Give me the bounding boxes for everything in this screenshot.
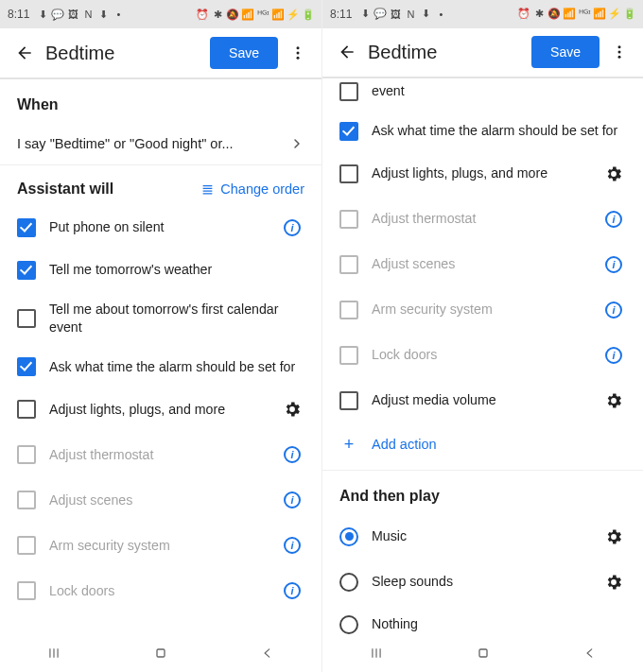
info-button[interactable]: i xyxy=(280,533,304,558)
svg-point-1 xyxy=(297,52,300,55)
nav-bar xyxy=(0,634,322,672)
action-checkbox[interactable] xyxy=(339,82,358,101)
settings-button[interactable] xyxy=(601,525,626,549)
info-button[interactable]: i xyxy=(280,442,304,467)
action-checkbox[interactable] xyxy=(339,164,358,183)
letter-n-icon: N xyxy=(405,9,416,20)
status-bar: 8:11 ⬇ 💬 🖼 N ⬇ • ⏰ ✱ 🔕 📶 ᴴᴳᶦ 📶 ⚡ 🔋 xyxy=(0,0,322,28)
overflow-menu-button[interactable] xyxy=(284,38,312,68)
svg-rect-3 xyxy=(157,649,165,657)
svg-rect-7 xyxy=(479,649,487,657)
action-checkbox[interactable] xyxy=(339,122,358,141)
info-button[interactable]: i xyxy=(601,252,626,277)
action-checkbox[interactable] xyxy=(17,400,36,419)
actions-list-right: Ask what time the alarm should be set fo… xyxy=(322,112,643,423)
action-row: Adjust thermostati xyxy=(322,197,643,242)
download2-icon: ⬇ xyxy=(97,9,109,20)
action-label: Adjust scenes xyxy=(372,255,588,273)
action-checkbox[interactable] xyxy=(17,357,36,376)
action-checkbox[interactable] xyxy=(339,255,358,274)
download2-icon: ⬇ xyxy=(420,9,431,20)
navback-button[interactable] xyxy=(566,639,614,667)
back-button[interactable] xyxy=(332,37,362,67)
action-checkbox[interactable] xyxy=(339,391,358,410)
home-button[interactable] xyxy=(460,639,507,667)
info-button[interactable]: i xyxy=(601,207,626,232)
action-checkbox[interactable] xyxy=(17,309,36,328)
action-checkbox[interactable] xyxy=(339,210,358,229)
battery-icon: 🔋 xyxy=(303,9,314,20)
overflow-menu-button[interactable] xyxy=(605,37,634,67)
play-radio[interactable] xyxy=(339,573,358,592)
svg-point-4 xyxy=(618,45,621,48)
dot-icon: • xyxy=(113,9,124,20)
change-order-button[interactable]: Change order xyxy=(200,181,304,197)
charging-icon: ⚡ xyxy=(609,9,620,20)
home-button[interactable] xyxy=(137,639,184,667)
info-button[interactable]: i xyxy=(280,578,304,603)
actions-list-left: Put phone on silentiTell me tomorrow's w… xyxy=(0,205,322,613)
image-icon: 🖼 xyxy=(390,9,401,20)
home-icon xyxy=(153,646,168,661)
add-action-button[interactable]: + Add action xyxy=(322,423,643,471)
play-option-row: Nothing xyxy=(322,605,643,635)
reorder-icon xyxy=(200,183,215,196)
info-icon: i xyxy=(605,256,622,273)
action-checkbox[interactable] xyxy=(339,301,358,319)
save-button[interactable]: Save xyxy=(531,36,600,68)
status-right-icons: ⏰ ✱ 🔕 📶 ᴴᴳᶦ 📶 ⚡ 🔋 xyxy=(518,9,635,20)
info-button[interactable]: i xyxy=(601,298,626,322)
screen-left: 8:11 ⬇ 💬 🖼 N ⬇ • ⏰ ✱ 🔕 📶 ᴴᴳᶦ 📶 ⚡ 🔋 xyxy=(0,0,322,672)
action-label: Tell me about tomorrow's first calendar … xyxy=(49,301,304,336)
play-option-row: Music xyxy=(322,514,643,560)
info-icon: i xyxy=(284,537,301,554)
info-button[interactable]: i xyxy=(601,343,626,368)
trigger-row[interactable]: I say "Bedtime" or "Good night" or... xyxy=(0,123,322,165)
play-label: Nothing xyxy=(372,615,626,633)
info-icon: i xyxy=(605,302,622,319)
action-checkbox[interactable] xyxy=(17,581,36,600)
action-row: Adjust media volume xyxy=(322,378,643,423)
navback-button[interactable] xyxy=(244,639,291,667)
action-checkbox[interactable] xyxy=(339,346,358,365)
play-options-list: MusicSleep soundsNothing xyxy=(322,514,643,635)
content-right: event Ask what time the alarm should be … xyxy=(322,78,643,635)
letter-n-icon: N xyxy=(82,9,94,20)
then-play-header: And then play xyxy=(322,471,643,514)
svg-point-2 xyxy=(297,57,300,60)
info-button[interactable]: i xyxy=(280,488,304,512)
gear-icon xyxy=(604,391,623,410)
action-checkbox[interactable] xyxy=(17,218,36,237)
change-order-label: Change order xyxy=(220,181,304,197)
download-icon: ⬇ xyxy=(37,9,48,20)
settings-button[interactable] xyxy=(601,388,626,413)
play-radio[interactable] xyxy=(339,615,358,634)
app-bar: Bedtime Save xyxy=(322,28,643,78)
info-button[interactable]: i xyxy=(280,215,304,240)
recents-button[interactable] xyxy=(353,639,400,667)
action-label: Lock doors xyxy=(372,346,588,364)
charging-icon: ⚡ xyxy=(287,9,299,20)
more-vert-icon xyxy=(289,44,306,61)
action-checkbox[interactable] xyxy=(17,261,36,280)
gear-icon xyxy=(604,573,623,592)
save-button[interactable]: Save xyxy=(210,37,278,69)
info-icon: i xyxy=(284,446,301,463)
gear-icon xyxy=(283,400,302,419)
action-label: Ask what time the alarm should be set fo… xyxy=(49,358,304,376)
recents-button[interactable] xyxy=(30,639,78,667)
content-left: When I say "Bedtime" or "Good night" or.… xyxy=(0,79,322,634)
network-label: ᴴᴳᶦ xyxy=(257,9,269,20)
action-checkbox[interactable] xyxy=(17,491,36,509)
settings-button[interactable] xyxy=(280,397,304,422)
settings-button[interactable] xyxy=(601,570,626,594)
action-checkbox[interactable] xyxy=(17,445,36,464)
play-radio[interactable] xyxy=(339,527,358,546)
action-checkbox[interactable] xyxy=(17,536,36,555)
back-button[interactable] xyxy=(9,38,40,68)
settings-button[interactable] xyxy=(601,162,626,186)
action-row: Tell me about tomorrow's first calendar … xyxy=(0,290,322,347)
action-row: Adjust scenesi xyxy=(0,477,322,523)
dot-icon: • xyxy=(435,9,446,20)
action-label: Ask what time the alarm should be set fo… xyxy=(372,122,626,140)
